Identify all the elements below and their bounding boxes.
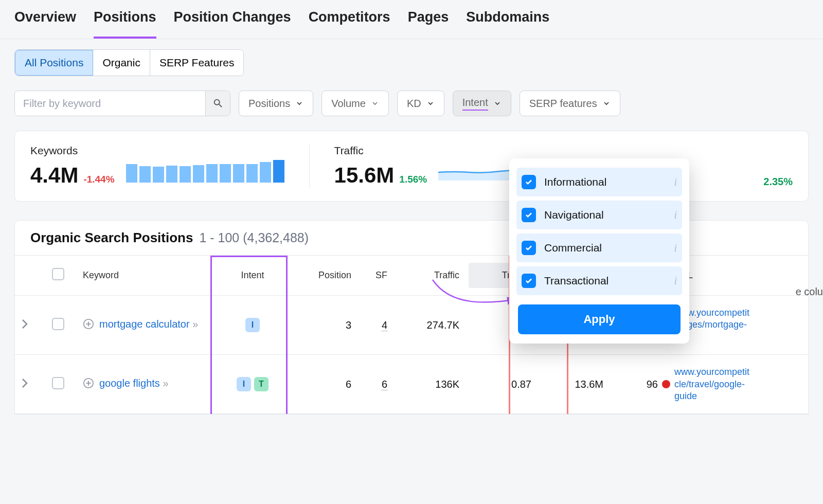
filter-search [14, 91, 230, 116]
table-row: google flights » IT 6 6 136K 0.87 13.6M … [15, 355, 808, 414]
col-url[interactable]: URL [674, 270, 782, 281]
metric-right-delta: 2.35% [763, 176, 793, 188]
chevron-down-icon [371, 99, 379, 107]
chevron-down-icon [493, 99, 502, 107]
col-sf[interactable]: SF [361, 270, 397, 281]
intent-filter-popover: Informational i Navigational i Commercia… [509, 158, 689, 344]
tab-pages[interactable]: Pages [408, 9, 449, 31]
col-traffic[interactable]: Traffic [397, 270, 469, 281]
segment-organic[interactable]: Organic [93, 50, 150, 76]
intent-badges: IT [211, 377, 294, 391]
tab-position-changes[interactable]: Position Changes [174, 9, 291, 31]
filter-intent[interactable]: Intent [453, 91, 511, 116]
intent-option-commercial[interactable]: Commercial i [516, 233, 682, 262]
expand-row[interactable] [21, 319, 52, 332]
filter-positions[interactable]: Positions [239, 91, 313, 116]
tab-positions[interactable]: Positions [94, 9, 156, 31]
section-range: 1 - 100 (4,362,488) [199, 230, 309, 245]
chevron-down-icon [602, 99, 611, 107]
keyword-link[interactable]: google flights [99, 377, 160, 389]
info-icon[interactable]: i [674, 176, 677, 188]
filter-kd[interactable]: KD [397, 91, 444, 116]
tab-subdomains[interactable]: Subdomains [466, 9, 549, 31]
metric-traffic-label: Traffic [334, 145, 542, 157]
info-icon[interactable]: i [674, 242, 677, 254]
segment-all-positions[interactable]: All Positions [15, 50, 93, 76]
intent-option-label: Navigational [544, 209, 604, 221]
position-value: 6 [294, 379, 361, 390]
filter-row: Positions Volume KD Intent SERP features [14, 91, 809, 116]
add-keyword-icon[interactable] [83, 318, 94, 332]
segment-serp-features[interactable]: SERP Features [150, 50, 244, 76]
intent-badge-informational: I [237, 377, 251, 391]
open-serp-icon[interactable]: » [192, 318, 196, 330]
metric-traffic-delta: 1.56% [399, 174, 427, 185]
metric-keywords: Keywords 4.4M -1.44% [30, 145, 284, 188]
metric-keywords-delta: -1.44% [83, 174, 114, 185]
info-icon[interactable]: i [674, 209, 677, 221]
checkbox-checked[interactable] [522, 208, 536, 222]
expand-row[interactable] [21, 378, 52, 391]
filter-serp-features[interactable]: SERP features [520, 91, 620, 116]
metric-traffic: Traffic 15.6M 1.56% [309, 145, 542, 188]
section-title-text: Organic Search Positions [30, 230, 193, 246]
apply-button[interactable]: Apply [518, 304, 681, 334]
search-icon [212, 98, 224, 109]
sf-value[interactable]: 6 [382, 379, 387, 390]
positions-table: Keyword Intent Position SF Traffic Tra..… [14, 256, 809, 415]
info-icon[interactable]: i [674, 275, 677, 287]
col-intent[interactable]: Intent [211, 270, 294, 281]
url-link[interactable]: www.yourcompetittgages/mortgage-tor [674, 307, 782, 343]
row-checkbox[interactable] [52, 377, 64, 389]
intent-option-informational[interactable]: Informational i [516, 168, 682, 196]
tab-competitors[interactable]: Competitors [309, 9, 390, 31]
filter-keyword-input[interactable] [15, 91, 205, 116]
sf-value[interactable]: 4 [382, 319, 387, 331]
checkbox-checked[interactable] [522, 274, 536, 288]
keywords-sparkbar [126, 160, 284, 183]
position-type-segment: All Positions Organic SERP Features [14, 49, 244, 76]
chevron-down-icon [295, 99, 303, 107]
select-all-checkbox[interactable] [52, 268, 64, 280]
add-keyword-icon[interactable] [83, 377, 94, 391]
intent-option-label: Informational [544, 176, 606, 188]
kd-difficulty-dot [662, 380, 670, 388]
intent-option-transactional[interactable]: Transactional i [516, 266, 682, 295]
intent-option-label: Commercial [544, 242, 602, 254]
row-checkbox[interactable] [52, 318, 64, 330]
search-button[interactable] [205, 91, 230, 116]
filter-volume[interactable]: Volume [321, 91, 389, 116]
main-tabs: Overview Positions Position Changes Comp… [0, 0, 823, 39]
traffic-pct-value: 0.87 [469, 379, 541, 390]
chevron-right-icon [21, 378, 28, 388]
chevron-right-icon [21, 319, 28, 329]
intent-option-label: Transactional [544, 275, 609, 287]
tab-overview[interactable]: Overview [14, 9, 76, 31]
url-link[interactable]: www.yourcompetitcle/travel/google-guide [674, 366, 782, 402]
intent-badge-informational: I [245, 318, 260, 332]
col-position[interactable]: Position [294, 270, 361, 281]
traffic-value: 274.7K [397, 319, 469, 331]
intent-badges: I [211, 318, 294, 332]
col-keyword[interactable]: Keyword [83, 270, 211, 281]
volume-value: 13.6M [541, 379, 613, 390]
intent-badge-transactional: T [254, 377, 269, 391]
checkbox-checked[interactable] [522, 175, 536, 189]
checkbox-checked[interactable] [522, 241, 536, 255]
manage-columns-partial[interactable]: e colu [796, 286, 823, 298]
traffic-value: 136K [397, 379, 469, 390]
kd-cell: 96 [613, 379, 674, 390]
metrics-panel: Keywords 4.4M -1.44% Traffic 15.6M 1.56%… [14, 131, 809, 202]
metric-traffic-value: 15.6M [334, 163, 395, 188]
open-serp-icon[interactable]: » [163, 377, 167, 389]
metric-keywords-label: Keywords [30, 145, 284, 157]
chevron-down-icon [426, 99, 435, 107]
position-value: 3 [294, 319, 361, 331]
keyword-link[interactable]: mortgage calculator [99, 318, 190, 330]
section-title: Organic Search Positions 1 - 100 (4,362,… [14, 220, 809, 256]
metric-keywords-value: 4.4M [30, 163, 78, 188]
intent-option-navigational[interactable]: Navigational i [516, 201, 682, 229]
